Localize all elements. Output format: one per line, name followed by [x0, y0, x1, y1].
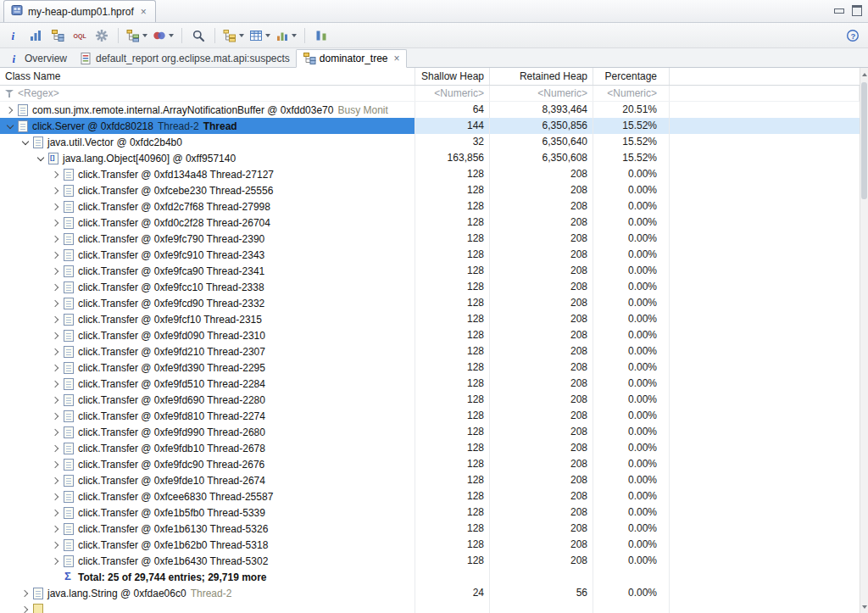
expand-arrow-icon[interactable]: [49, 410, 63, 423]
histogram-button[interactable]: [25, 25, 46, 46]
table-row[interactable]: click.Transfer @ 0xfe1b62b0 Thread-53181…: [0, 537, 860, 553]
expand-arrow-icon[interactable]: [49, 313, 63, 326]
expand-arrow-icon[interactable]: [49, 265, 63, 278]
expand-arrow-icon[interactable]: [49, 200, 63, 214]
collapse-arrow-icon[interactable]: [19, 136, 32, 149]
maximize-icon[interactable]: [852, 5, 861, 14]
column-header-shallow-heap[interactable]: Shallow Heap: [415, 68, 490, 85]
table-row[interactable]: click.Transfer @ 0xfe9fd210 Thread-23071…: [0, 343, 860, 359]
table-row[interactable]: click.Transfer @ 0xfe9fc790 Thread-23901…: [0, 231, 860, 247]
table-row[interactable]: [0, 601, 860, 613]
expand-arrow-icon[interactable]: [3, 103, 17, 117]
total-row[interactable]: Total: 25 of 29,744 entries; 29,719 more: [0, 569, 860, 585]
minimize-icon[interactable]: [834, 5, 843, 14]
oql-button[interactable]: OQL: [70, 25, 90, 46]
expand-arrow-icon[interactable]: [49, 297, 63, 310]
expand-arrow-icon[interactable]: [49, 522, 63, 536]
table-row[interactable]: click.Transfer @ 0xfe9fd690 Thread-22801…: [0, 392, 860, 408]
compare-button[interactable]: [311, 25, 331, 46]
info-button[interactable]: i: [3, 25, 24, 46]
table-row[interactable]: java.lang.String @ 0xfdae06c0Thread-2245…: [0, 585, 860, 601]
expand-arrow-icon[interactable]: [49, 329, 63, 343]
editor-tab-heap-dump[interactable]: my-heap-dump01.hprof ×: [3, 0, 156, 22]
column-header-percentage[interactable]: Percentage: [593, 68, 670, 85]
table-row[interactable]: click.Transfer @ 0xfe9fdb10 Thread-26781…: [0, 440, 860, 456]
table-row[interactable]: click.Transfer @ 0xfe9fd090 Thread-23101…: [0, 327, 860, 343]
table-row[interactable]: click.Transfer @ 0xfe9fde10 Thread-26741…: [0, 472, 860, 488]
expand-arrow-icon[interactable]: [49, 361, 63, 375]
export-table-button[interactable]: [248, 25, 272, 46]
expand-arrow-icon[interactable]: [19, 603, 32, 613]
table-row[interactable]: click.Transfer @ 0xfcee6830 Thread-25587…: [0, 488, 860, 504]
search-button[interactable]: [188, 25, 209, 46]
column-header-retained-heap[interactable]: Retained Heap: [490, 68, 593, 85]
tab-overview[interactable]: iOverview: [2, 50, 73, 67]
expand-arrow-icon[interactable]: [49, 216, 63, 230]
expand-arrow-icon[interactable]: [19, 587, 32, 600]
scroll-down-button[interactable]: [860, 600, 868, 613]
table-row[interactable]: click.Transfer @ 0xfd0c2f28 Thread-26704…: [0, 215, 860, 231]
table-row[interactable]: click.Transfer @ 0xfe1b6430 Thread-53021…: [0, 553, 860, 569]
expand-arrow-icon[interactable]: [49, 248, 63, 262]
table-row[interactable]: click.Transfer @ 0xfe1b6130 Thread-53261…: [0, 521, 860, 537]
tab-default-report[interactable]: default_report org.eclipse.mat.api:suspe…: [73, 50, 296, 67]
scroll-up-button[interactable]: [860, 68, 868, 81]
table-row[interactable]: click.Transfer @ 0xfd2c7f68 Thread-27998…: [0, 198, 860, 215]
close-editor-icon[interactable]: ×: [138, 6, 149, 18]
export-chart-button[interactable]: [274, 25, 298, 46]
table-row[interactable]: click.Transfer @ 0xfe9fc910 Thread-23431…: [0, 247, 860, 263]
expand-arrow-icon[interactable]: [49, 232, 63, 246]
expand-arrow-icon[interactable]: [49, 506, 63, 520]
expand-arrow-icon[interactable]: [49, 168, 63, 181]
table-row[interactable]: com.sun.jmx.remote.internal.ArrayNotific…: [0, 102, 860, 118]
expand-arrow-icon[interactable]: [49, 426, 63, 439]
table-row[interactable]: click.Transfer @ 0xfcebe230 Thread-25556…: [0, 182, 860, 198]
dropdown-arrow-icon[interactable]: [239, 34, 244, 37]
table-row[interactable]: click.Transfer @ 0xfe9fdc90 Thread-26761…: [0, 456, 860, 472]
table-row[interactable]: click.Transfer @ 0xfe9fcf10 Thread-23151…: [0, 311, 860, 327]
table-row[interactable]: click.Transfer @ 0xfe1b5fb0 Thread-53391…: [0, 504, 860, 521]
table-row[interactable]: click.Transfer @ 0xfe9fd990 Thread-26801…: [0, 424, 860, 440]
expand-arrow-icon[interactable]: [49, 474, 63, 488]
expand-arrow-icon[interactable]: [49, 554, 63, 568]
retained-heap-filter[interactable]: <Numeric>: [490, 86, 593, 101]
percentage-filter[interactable]: <Numeric>: [593, 86, 670, 101]
dropdown-arrow-icon[interactable]: [265, 34, 270, 37]
table-row[interactable]: click.Transfer @ 0xfe9fd510 Thread-22841…: [0, 376, 860, 392]
expand-arrow-icon[interactable]: [49, 490, 63, 504]
table-row[interactable]: click.Transfer @ 0xfe9fcd90 Thread-23321…: [0, 295, 860, 311]
expand-arrow-icon[interactable]: [49, 442, 63, 455]
dropdown-arrow-icon[interactable]: [292, 34, 297, 37]
close-tab-icon[interactable]: ×: [394, 53, 400, 64]
collapse-arrow-icon[interactable]: [34, 152, 47, 165]
gear-button[interactable]: [92, 25, 112, 46]
table-row[interactable]: click.Transfer @ 0xfe9fca90 Thread-23411…: [0, 263, 860, 279]
class-name-filter[interactable]: <Regex>: [0, 86, 415, 101]
collapse-arrow-icon[interactable]: [3, 120, 17, 133]
expand-arrow-icon[interactable]: [49, 377, 63, 391]
scrollbar-thumb[interactable]: [861, 82, 867, 199]
retained-size-button[interactable]: [151, 25, 175, 46]
expand-arrow-icon[interactable]: [49, 345, 63, 359]
group-result-button[interactable]: [125, 25, 149, 46]
table-row[interactable]: java.lang.Object[40960] @ 0xff957140163,…: [0, 150, 860, 166]
table-row[interactable]: click.Transfer @ 0xfd134a48 Thread-27127…: [0, 166, 860, 182]
table-row[interactable]: java.util.Vector @ 0xfdc2b4b0326,350,640…: [0, 134, 860, 150]
column-header-class-name[interactable]: Class Name: [0, 68, 415, 85]
expand-arrow-icon[interactable]: [49, 281, 63, 294]
expand-arrow-icon[interactable]: [49, 538, 63, 552]
shallow-heap-filter[interactable]: <Numeric>: [415, 86, 490, 101]
dropdown-arrow-icon[interactable]: [142, 34, 147, 37]
table-row[interactable]: click.Server @ 0xfdc80218Thread-2Thread1…: [0, 118, 860, 134]
dropdown-arrow-icon[interactable]: [169, 34, 174, 37]
dominator-tree-button[interactable]: [47, 25, 68, 46]
tab-dominator-tree[interactable]: dominator_tree×: [296, 49, 407, 68]
expand-arrow-icon[interactable]: [49, 184, 63, 198]
expand-arrow-icon[interactable]: [49, 393, 63, 407]
help-button[interactable]: ?: [843, 25, 863, 46]
table-row[interactable]: click.Transfer @ 0xfe9fd810 Thread-22741…: [0, 408, 860, 424]
expand-arrow-icon[interactable]: [49, 458, 63, 471]
table-row[interactable]: click.Transfer @ 0xfe9fd390 Thread-22951…: [0, 359, 860, 376]
customize-tree-button[interactable]: [221, 25, 246, 46]
vertical-scrollbar[interactable]: [860, 68, 868, 613]
